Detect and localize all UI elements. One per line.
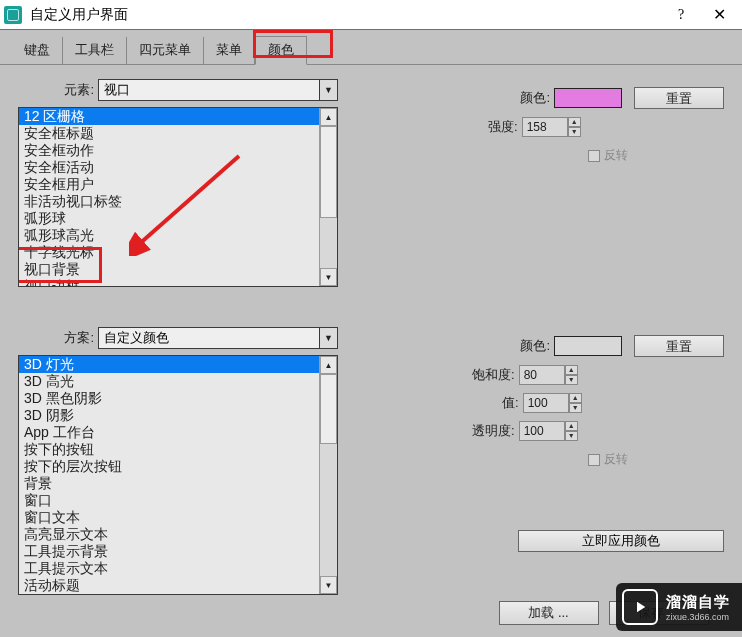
list-item[interactable]: 3D 黑色阴影 (19, 390, 319, 407)
scheme-combo[interactable] (98, 327, 320, 349)
list-item[interactable]: 弧形球 (19, 210, 319, 227)
scheme-combo-drop[interactable]: ▼ (320, 327, 338, 349)
list-item[interactable]: 安全框活动 (19, 159, 319, 176)
elements-label: 元素: (18, 81, 94, 99)
invert2-checkbox[interactable]: 反转 (588, 451, 628, 468)
list-item[interactable]: 3D 阴影 (19, 407, 319, 424)
tab-menu[interactable]: 菜单 (204, 37, 255, 64)
list-item[interactable]: 工具提示背景 (19, 543, 319, 560)
reset-button[interactable]: 重置 (634, 87, 724, 109)
scroll-thumb[interactable] (320, 126, 337, 218)
list-item[interactable]: 12 区栅格 (19, 108, 319, 125)
watermark-name: 溜溜自学 (666, 593, 730, 612)
list-item[interactable]: 安全框标题 (19, 125, 319, 142)
apply-now-button[interactable]: 立即应用颜色 (518, 530, 724, 552)
val-label: 值: (502, 394, 519, 412)
scroll-up[interactable]: ▲ (320, 108, 337, 126)
list-item[interactable]: 高亮显示文本 (19, 526, 319, 543)
help-button[interactable]: ? (662, 1, 700, 29)
sat-input[interactable] (519, 365, 565, 385)
scroll-down[interactable]: ▼ (320, 268, 337, 286)
spin-up[interactable]: ▲ (569, 393, 582, 403)
list-item[interactable]: 按下的层次按钮 (19, 458, 319, 475)
list-item[interactable]: 窗口文本 (19, 509, 319, 526)
tab-toolbar[interactable]: 工具栏 (63, 37, 127, 64)
tab-empty (307, 55, 337, 64)
spin-down[interactable]: ▼ (569, 403, 582, 413)
list-item[interactable]: 非活动视口标签 (19, 193, 319, 210)
list-item[interactable]: 十字线光标 (19, 244, 319, 261)
elements-combo[interactable] (98, 79, 320, 101)
list-item[interactable]: 3D 灯光 (19, 356, 319, 373)
scrollbar[interactable]: ▲ ▼ (319, 356, 337, 594)
tab-keyboard[interactable]: 键盘 (12, 37, 63, 64)
scheme-label: 方案: (18, 329, 94, 347)
sat-label: 饱和度: (472, 366, 515, 384)
trans-input[interactable] (519, 421, 565, 441)
scrollbar[interactable]: ▲ ▼ (319, 108, 337, 286)
tab-quadmenu[interactable]: 四元菜单 (127, 37, 204, 64)
tab-color[interactable]: 颜色 (255, 36, 307, 65)
spin-down[interactable]: ▼ (568, 127, 581, 137)
scroll-down[interactable]: ▼ (320, 576, 337, 594)
color-label: 颜色: (520, 89, 550, 107)
color-swatch[interactable] (554, 88, 622, 108)
list-item[interactable]: 按下的按钮 (19, 441, 319, 458)
color2-label: 颜色: (520, 337, 550, 355)
list-item[interactable]: 背景 (19, 475, 319, 492)
val-input[interactable] (523, 393, 569, 413)
app-icon (4, 6, 22, 24)
spin-up[interactable]: ▲ (568, 117, 581, 127)
list-item[interactable]: 视口背景 (19, 261, 319, 278)
watermark: 溜溜自学 zixue.3d66.com (616, 583, 742, 631)
list-item[interactable]: 安全框用户 (19, 176, 319, 193)
window-title: 自定义用户界面 (30, 6, 662, 24)
spin-up[interactable]: ▲ (565, 365, 578, 375)
elements-combo-drop[interactable]: ▼ (320, 79, 338, 101)
intensity-input[interactable] (522, 117, 568, 137)
reset2-button[interactable]: 重置 (634, 335, 724, 357)
spin-down[interactable]: ▼ (565, 431, 578, 441)
list-item[interactable]: App 工作台 (19, 424, 319, 441)
list-item[interactable]: 活动标题 (19, 577, 319, 594)
scroll-thumb[interactable] (320, 374, 337, 444)
list-item[interactable]: 3D 高光 (19, 373, 319, 390)
list-item[interactable]: 安全框动作 (19, 142, 319, 159)
tab-bar: 键盘 工具栏 四元菜单 菜单 颜色 (0, 30, 742, 65)
scheme-listbox[interactable]: 3D 灯光 3D 高光 3D 黑色阴影 3D 阴影 App 工作台 按下的按钮 … (18, 355, 338, 595)
color2-swatch[interactable] (554, 336, 622, 356)
scroll-up[interactable]: ▲ (320, 356, 337, 374)
list-item[interactable]: 工具提示文本 (19, 560, 319, 577)
intensity-label: 强度: (488, 118, 518, 136)
close-button[interactable]: ✕ (700, 1, 738, 29)
trans-label: 透明度: (472, 422, 515, 440)
elements-listbox[interactable]: 12 区栅格 安全框标题 安全框动作 安全框活动 安全框用户 非活动视口标签 弧… (18, 107, 338, 287)
list-item[interactable]: 弧形球高光 (19, 227, 319, 244)
play-icon (622, 589, 658, 625)
list-item[interactable]: 视口边框 (19, 278, 319, 286)
spin-up[interactable]: ▲ (565, 421, 578, 431)
watermark-url: zixue.3d66.com (666, 612, 730, 622)
load-button[interactable]: 加载 ... (499, 601, 599, 625)
list-item[interactable]: 窗口 (19, 492, 319, 509)
spin-down[interactable]: ▼ (565, 375, 578, 385)
invert-checkbox[interactable]: 反转 (588, 147, 628, 164)
